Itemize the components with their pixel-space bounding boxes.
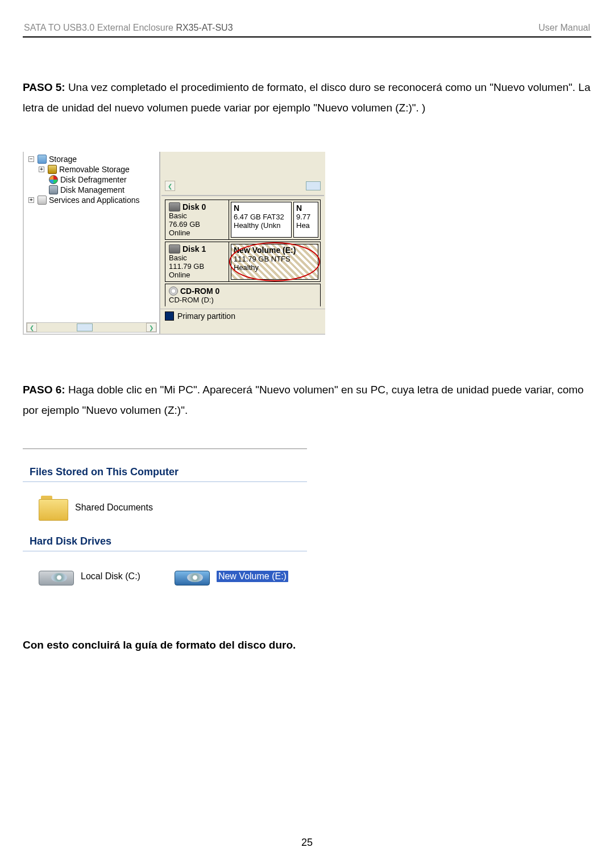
tree-node-diskmgmt[interactable]: Disk Management: [49, 185, 157, 195]
mc-item-new-volume[interactable]: New Volume (E:): [175, 565, 288, 588]
tree-node-defrag[interactable]: Disk Defragmenter: [49, 175, 157, 185]
tree-label: Removable Storage: [59, 164, 130, 175]
disk1-title: Disk 1: [182, 244, 206, 254]
tree-label: Disk Defragmenter: [60, 175, 127, 185]
disk0-status: Online: [169, 229, 225, 237]
vol-status: Hea: [296, 221, 316, 230]
disk0-vol1[interactable]: N 6.47 GB FAT32 Healthy (Unkn: [231, 202, 292, 238]
mc-section-files: Files Stored on This Computer: [23, 464, 307, 482]
dm-legend: Primary partition: [160, 309, 325, 323]
tree-node-services[interactable]: + Services and Applications: [28, 195, 157, 205]
disk1-new-volume[interactable]: New Volume (E:) 111.79 GB NTFS Healthy: [231, 244, 318, 280]
disk0-title: Disk 0: [182, 202, 206, 211]
disk0-row: Disk 0 Basic 76.69 GB Online N 6.47 GB F…: [165, 200, 321, 240]
step5-label: PASO 5:: [23, 81, 65, 93]
disk1-size: 111.79 GB: [169, 262, 225, 271]
disk1-type: Basic: [169, 254, 225, 262]
mc-label-newvolume: New Volume (E:): [217, 571, 288, 582]
disk0-type: Basic: [169, 211, 225, 220]
disk1-status: Online: [169, 271, 225, 279]
header-rule: [23, 36, 591, 38]
vol-title: N: [296, 203, 316, 213]
storage-icon: [38, 155, 47, 164]
header-model: RX35-AT-SU3: [176, 23, 233, 32]
vol-title: New Volume (E:): [234, 246, 316, 255]
cdrom-row: CD-ROM 0 CD-ROM (D:): [165, 284, 321, 306]
step6-label: PASO 6:: [23, 384, 65, 396]
legend-swatch-icon: [165, 312, 174, 321]
cdrom-info: CD-ROM 0 CD-ROM (D:): [165, 284, 229, 306]
disk-management-figure: − Storage + Removable Storage Disk Defra…: [23, 152, 325, 335]
mc-item-shared-docs[interactable]: Shared Documents: [39, 496, 307, 520]
dm-horizontal-scrollbar[interactable]: ❮: [165, 180, 321, 192]
services-icon: [38, 196, 47, 205]
legend-label: Primary partition: [177, 312, 235, 321]
scroll-left-button[interactable]: ❮: [27, 323, 37, 332]
scroll-left-button[interactable]: ❮: [165, 181, 175, 191]
scroll-thumb[interactable]: [306, 181, 321, 190]
vol-size: 6.47 GB FAT32: [234, 213, 289, 221]
step5-paragraph: PASO 5: Una vez completado el procedimie…: [23, 77, 591, 118]
page-number: 25: [0, 837, 614, 849]
dm-disk-pane: ❮ Disk 0 Basic 76.69 GB Online N: [159, 152, 325, 334]
expand-icon[interactable]: +: [39, 167, 44, 172]
mc-item-local-disk[interactable]: Local Disk (C:): [39, 565, 140, 588]
step6-text: Haga doble clic en "Mi PC". Aparecerá "N…: [23, 384, 584, 416]
vol-title: N: [234, 203, 289, 213]
header-right: User Manual: [538, 23, 590, 33]
folder-icon: [39, 496, 67, 520]
tree-node-removable[interactable]: + Removable Storage: [39, 164, 157, 175]
my-computer-figure: Files Stored on This Computer Shared Doc…: [23, 464, 307, 601]
disk-icon: [169, 244, 180, 254]
step6-paragraph: PASO 6: Haga doble clic en "Mi PC". Apar…: [23, 380, 591, 421]
disk1-info: Disk 1 Basic 111.79 GB Online: [165, 242, 229, 281]
expand-icon[interactable]: +: [28, 197, 34, 203]
scroll-right-button[interactable]: ❯: [146, 323, 156, 332]
scroll-thumb[interactable]: [77, 323, 93, 331]
mc-label-localdisk: Local Disk (C:): [81, 571, 140, 582]
disk0-vol2[interactable]: N 9.77 Hea: [293, 202, 318, 238]
vol-size: 9.77: [296, 213, 316, 221]
header-left: SATA TO USB3.0 External Enclosure RX35-A…: [24, 23, 233, 33]
cdrom-icon: [169, 286, 178, 296]
tree-horizontal-scrollbar[interactable]: ❮ ❯: [26, 322, 157, 333]
vol-size: 111.79 GB NTFS: [234, 255, 316, 263]
page-header: SATA TO USB3.0 External Enclosure RX35-A…: [23, 23, 591, 33]
hard-drive-icon: [175, 565, 209, 588]
cdrom-letter: CD-ROM (D:): [169, 296, 226, 304]
tree-label: Services and Applications: [49, 195, 140, 205]
collapse-icon[interactable]: −: [28, 156, 34, 162]
conclusion-paragraph: Con esto concluirá la guía de formato de…: [23, 635, 591, 655]
tree-node-storage[interactable]: − Storage: [28, 154, 157, 164]
step5-text: Una vez completado el procedimiento de f…: [23, 81, 591, 114]
tree-label: Disk Management: [60, 185, 125, 195]
disk0-size: 76.69 GB: [169, 220, 225, 229]
header-product: SATA TO USB3.0 External Enclosure: [24, 23, 173, 32]
figure-top-rule: [23, 448, 307, 449]
vol-status: Healthy (Unkn: [234, 221, 289, 230]
disk-management-icon: [49, 185, 58, 194]
removable-storage-icon: [48, 165, 57, 174]
disk-icon: [169, 202, 180, 211]
cdrom-title: CD-ROM 0: [180, 286, 219, 296]
disk0-info: Disk 0 Basic 76.69 GB Online: [165, 200, 229, 239]
conclusion-text: Con esto concluirá la guía de formato de…: [23, 639, 296, 651]
tree-label: Storage: [49, 154, 77, 164]
disk1-row: Disk 1 Basic 111.79 GB Online New Volume…: [165, 242, 321, 282]
mc-label-shared: Shared Documents: [75, 502, 153, 513]
hard-drive-icon: [39, 565, 73, 588]
vol-status: Healthy: [234, 263, 316, 272]
mc-section-hdd: Hard Disk Drives: [23, 533, 307, 551]
defragmenter-icon: [49, 175, 58, 184]
dm-tree-pane: − Storage + Removable Storage Disk Defra…: [24, 152, 159, 334]
